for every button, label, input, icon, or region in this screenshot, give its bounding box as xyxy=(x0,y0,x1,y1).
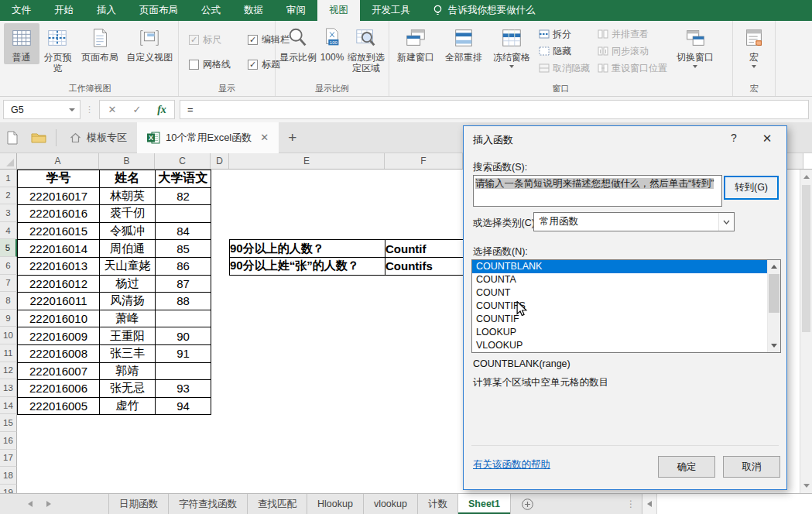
ribbon-tab-开发工具[interactable]: 开发工具 xyxy=(360,0,422,21)
student-cell[interactable]: 94 xyxy=(156,397,211,415)
row-header-10[interactable]: 10 xyxy=(0,327,17,344)
row-header-11[interactable]: 11 xyxy=(0,344,17,362)
list-scroll-thumb[interactable] xyxy=(769,274,779,313)
question-cell[interactable]: 90分以上的人数？ xyxy=(230,240,385,258)
row-header-19[interactable]: 19 xyxy=(0,485,17,493)
normal-view-button[interactable]: 普通 xyxy=(4,23,39,64)
student-cell[interactable]: 222016012 xyxy=(18,275,100,293)
row-header-17[interactable]: 17 xyxy=(0,450,17,468)
student-cell[interactable]: 222016005 xyxy=(18,397,100,415)
function-item-vlookup[interactable]: VLOOKUP xyxy=(472,339,780,352)
dialog-close-icon[interactable]: ✕ xyxy=(759,132,776,146)
student-cell[interactable]: 84 xyxy=(156,222,211,240)
column-header-E[interactable]: E xyxy=(229,153,385,169)
row-header-4[interactable]: 4 xyxy=(0,222,17,240)
scroll-up-icon[interactable] xyxy=(803,175,810,179)
row-header-3[interactable]: 3 xyxy=(0,204,17,222)
student-cell[interactable]: 222016008 xyxy=(18,344,100,362)
zoom-button[interactable]: 显示比例 xyxy=(278,23,318,64)
row-header-1[interactable]: 1 xyxy=(0,170,17,187)
row-header-14[interactable]: 14 xyxy=(0,397,17,415)
sheet-tab-查找匹配[interactable]: 查找匹配 xyxy=(248,494,307,514)
go-button[interactable]: 转到(G) xyxy=(724,176,779,200)
student-cell[interactable]: 222016011 xyxy=(18,293,100,310)
page-break-preview-button[interactable]: 分页预览 xyxy=(39,23,77,75)
ribbon-tab-页面布局[interactable]: 页面布局 xyxy=(128,0,190,21)
student-cell[interactable]: 郭靖 xyxy=(100,362,156,380)
student-cell[interactable]: 222016017 xyxy=(18,187,100,205)
student-cell[interactable]: 萧峰 xyxy=(100,310,156,327)
student-cell[interactable]: 裘千仞 xyxy=(100,205,156,223)
new-file-icon[interactable] xyxy=(0,131,25,145)
cancel-button[interactable]: 取消 xyxy=(723,456,780,478)
sheet-tab-计数[interactable]: 计数 xyxy=(418,494,458,514)
student-cell[interactable]: 风清扬 xyxy=(100,293,156,310)
students-table[interactable]: 学号姓名大学语文222016017林朝英82222016016裘千仞222016… xyxy=(17,170,211,415)
ribbon-tab-公式[interactable]: 公式 xyxy=(190,0,232,21)
function-item-countblank[interactable]: COUNTBLANK xyxy=(472,260,780,273)
switch-windows-button[interactable]: 切换窗口 xyxy=(670,23,720,70)
questions-table[interactable]: 90分以上的人数？Countif90分以上姓“张”的人数？Countifs xyxy=(229,239,466,275)
insert-function-icon[interactable]: fx xyxy=(149,104,174,116)
freeze-panes-button[interactable]: 冻结窗格 xyxy=(488,23,536,70)
row-header-15[interactable]: 15 xyxy=(0,414,17,432)
student-cell[interactable]: 张无忌 xyxy=(100,380,156,398)
column-header-D[interactable]: D xyxy=(211,153,229,169)
row-header-7[interactable]: 7 xyxy=(0,275,17,293)
sheet-tab-sheet1[interactable]: Sheet1 xyxy=(458,494,511,514)
hscroll-left-icon[interactable] xyxy=(642,494,656,514)
student-cell[interactable]: 82 xyxy=(156,187,211,205)
question-cell[interactable]: Countifs xyxy=(385,257,466,275)
select-all-corner[interactable] xyxy=(0,153,17,170)
student-cell[interactable]: 222016010 xyxy=(18,310,100,327)
student-cell[interactable] xyxy=(156,310,211,327)
macros-button[interactable]: 宏 xyxy=(738,23,770,70)
page-layout-view-button[interactable]: 页面布局 xyxy=(76,23,123,64)
row-header-13[interactable]: 13 xyxy=(0,379,17,397)
list-scroll-down-icon[interactable] xyxy=(771,344,777,348)
vertical-scrollbar[interactable] xyxy=(800,170,812,493)
sheet-tab-日期函数[interactable]: 日期函数 xyxy=(108,494,169,514)
student-cell[interactable]: 90 xyxy=(156,327,211,345)
sheet-tab-字符查找函数[interactable]: 字符查找函数 xyxy=(169,494,248,514)
sheet-tab-vlookup[interactable]: vlookup xyxy=(364,494,418,514)
row-header-16[interactable]: 16 xyxy=(0,432,17,450)
name-box-dropdown-icon[interactable] xyxy=(69,108,75,111)
checkbox-网格线[interactable]: 网格线 xyxy=(189,58,231,71)
student-cell[interactable]: 王重阳 xyxy=(100,327,156,345)
row-header-2[interactable]: 2 xyxy=(0,187,17,205)
formula-bar-splitter[interactable]: ⋮ xyxy=(81,105,99,115)
student-cell[interactable]: 虚竹 xyxy=(100,397,156,415)
row-header-12[interactable]: 12 xyxy=(0,362,17,380)
checkbox-box-icon[interactable] xyxy=(189,60,199,70)
function-help-link[interactable]: 有关该函数的帮助 xyxy=(473,458,550,471)
new-sheet-button[interactable] xyxy=(511,494,544,514)
student-cell[interactable] xyxy=(156,362,211,380)
student-cell[interactable]: 222016016 xyxy=(18,205,100,223)
dialog-help-icon[interactable]: ? xyxy=(726,132,742,144)
student-cell[interactable]: 222016006 xyxy=(18,380,100,398)
ribbon-tab-插入[interactable]: 插入 xyxy=(85,0,128,21)
question-cell[interactable]: Countif xyxy=(385,240,466,258)
row-headers[interactable]: 12345678910111213141516171819 xyxy=(0,170,17,493)
row-header-18[interactable]: 18 xyxy=(0,467,17,485)
student-cell[interactable]: 86 xyxy=(156,257,211,275)
row-header-8[interactable]: 8 xyxy=(0,292,17,310)
student-cell[interactable]: 杨过 xyxy=(100,275,156,293)
checkbox-box-icon[interactable]: ✓ xyxy=(248,35,258,45)
ok-button[interactable]: 确定 xyxy=(658,456,715,478)
ribbon-tab-开始[interactable]: 开始 xyxy=(43,0,85,21)
arrange-all-button[interactable]: 全部重排 xyxy=(440,23,488,64)
checkbox-box-icon[interactable]: ✓ xyxy=(248,60,258,70)
open-folder-icon[interactable] xyxy=(25,132,53,144)
row-header-9[interactable]: 9 xyxy=(0,310,17,327)
ribbon-tab-数据[interactable]: 数据 xyxy=(232,0,275,21)
close-tab-icon[interactable]: ✕ xyxy=(260,132,269,143)
horizontal-scrollbar[interactable] xyxy=(656,494,812,514)
student-cell[interactable]: 222016009 xyxy=(18,327,100,345)
student-cell[interactable]: 张三丰 xyxy=(100,344,156,362)
formula-input[interactable]: = xyxy=(180,100,809,119)
new-tab-icon[interactable]: + xyxy=(279,129,306,146)
search-function-input[interactable]: 请输入一条简短说明来描述您想做什么，然后单击“转到” xyxy=(473,175,722,207)
student-cell[interactable]: 222016007 xyxy=(18,362,100,380)
